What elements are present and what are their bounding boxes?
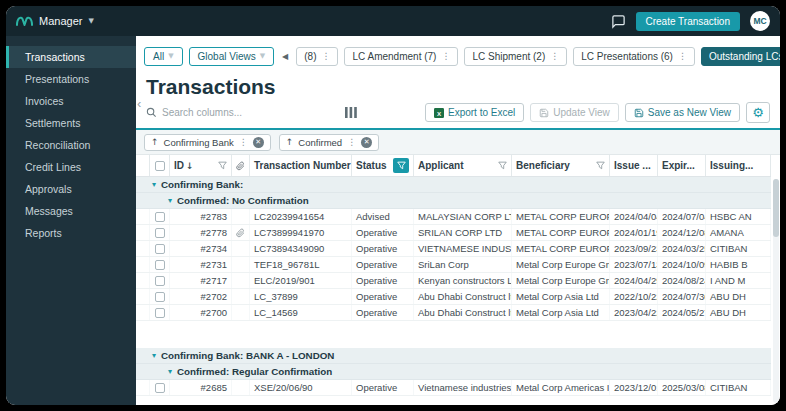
cell-status: Operative <box>352 225 414 240</box>
sidebar-collapse-handle[interactable]: ‹ <box>137 96 141 111</box>
tab-label: LC Amendment (7) <box>352 51 436 62</box>
row-checkbox[interactable] <box>155 260 165 270</box>
collapse-group-icon[interactable]: ▾ <box>152 180 156 189</box>
cell-beneficiary: METAL CORP EUROPE GMBH <box>512 225 610 240</box>
sidebar-item-presentations[interactable]: Presentations <box>6 68 136 90</box>
cell-issuing-bank: CITIBAN <box>706 241 771 256</box>
cell-id[interactable]: #2685 <box>170 380 232 395</box>
cell-id[interactable]: #2731 <box>170 257 232 272</box>
cell-id[interactable]: #2783 <box>170 209 232 224</box>
collapse-group-icon[interactable]: ▾ <box>152 351 156 360</box>
tabs-scroll-left-icon[interactable]: ◀ <box>280 52 290 61</box>
row-checkbox[interactable] <box>155 308 165 318</box>
all-views-dropdown[interactable]: All▼ <box>144 47 183 66</box>
chip-remove-icon[interactable]: ✕ <box>361 137 372 148</box>
beneficiary-filter-icon[interactable] <box>596 161 605 170</box>
filter-chip-confirming-bank[interactable]: ↑Confirming Bank⋮✕ <box>144 134 271 151</box>
row-checkbox[interactable] <box>155 292 165 302</box>
user-avatar[interactable]: MC <box>750 11 770 31</box>
group-label: Confirmed: No Confirmation <box>177 195 309 206</box>
status-filter-active-icon[interactable] <box>393 158 409 173</box>
excel-icon: X <box>434 108 444 118</box>
group-header[interactable]: ▾Confirming Bank: BANK A - LONDON <box>136 348 771 364</box>
settings-gear-icon[interactable]: ⚙ <box>746 102 770 123</box>
column-header-applicant[interactable]: Applicant <box>414 155 512 176</box>
row-checkbox-cell <box>150 273 170 288</box>
row-checkbox[interactable] <box>155 212 165 222</box>
tab-menu-icon[interactable]: ⋮ <box>441 51 450 61</box>
row-checkbox-cell <box>150 241 170 256</box>
column-header-expiry-date[interactable]: Expir... <box>658 155 706 176</box>
sidebar-item-reconciliation[interactable]: Reconciliation <box>6 134 136 156</box>
create-transaction-button[interactable]: Create Transaction <box>636 12 741 31</box>
column-header-transaction-number[interactable]: Transaction Number <box>250 155 352 176</box>
cell-id[interactable]: #2702 <box>170 289 232 304</box>
select-all-checkbox[interactable] <box>155 161 165 171</box>
cell-issue-date: 2022/10/22 <box>610 289 658 304</box>
global-views-dropdown[interactable]: Global Views▼ <box>189 47 275 66</box>
cell-expiry-date: 2024/03/25 <box>658 241 706 256</box>
sidebar-item-messages[interactable]: Messages <box>6 200 136 222</box>
group-label: Confirming Bank: BANK A - LONDON <box>161 350 334 361</box>
cell-id[interactable]: #2717 <box>170 273 232 288</box>
cell-status: Operative <box>352 257 414 272</box>
sidebar-item-transactions[interactable]: Transactions <box>6 46 136 68</box>
cell-id[interactable]: #2778 <box>170 225 232 240</box>
save-as-new-view-button[interactable]: Save as New View <box>625 103 740 122</box>
export-to-excel-button[interactable]: X Export to Excel <box>425 103 524 122</box>
tab-lc-amendment-7[interactable]: LC Amendment (7)⋮ <box>344 47 458 66</box>
vertical-scrollbar[interactable] <box>773 179 779 403</box>
cell-id[interactable]: #2700 <box>170 305 232 320</box>
row-checkbox[interactable] <box>155 228 165 238</box>
id-filter-icon[interactable] <box>218 161 227 170</box>
table-row: #2700LC_14569OperativeAbu Dhabi Construc… <box>136 305 771 321</box>
sidebar-item-invoices[interactable]: Invoices <box>6 90 136 112</box>
cell-applicant: VIETNAMESE INDUSTRIES LTD <box>414 241 512 256</box>
cell-attachment <box>232 257 250 272</box>
tab-lc-shipment-2[interactable]: LC Shipment (2)⋮ <box>464 47 567 66</box>
column-chooser-icon[interactable] <box>345 107 357 118</box>
subgroup-header[interactable]: ▾Confirmed: Regular Confirmation <box>136 364 771 380</box>
row-checkbox[interactable] <box>155 383 165 393</box>
cell-issue-date: 2023/04/22 <box>610 305 658 320</box>
collapse-group-icon[interactable]: ▾ <box>168 196 172 205</box>
sidebar-item-reports[interactable]: Reports <box>6 222 136 244</box>
cell-issuing-bank: ABU DH <box>706 289 771 304</box>
row-checkbox[interactable] <box>155 244 165 254</box>
chip-menu-icon[interactable]: ⋮ <box>347 137 356 147</box>
group-label: Confirmed: Regular Confirmation <box>177 366 332 377</box>
tab-lc-presentations-6[interactable]: LC Presentations (6)⋮ <box>573 47 695 66</box>
scrollbar-thumb[interactable] <box>773 179 779 237</box>
tab-outstanding-lcs-34[interactable]: Outstanding LCs (34)⋮ <box>701 47 780 66</box>
tab-label: LC Shipment (2) <box>472 51 545 62</box>
group-header[interactable]: ▾Confirming Bank: <box>136 177 771 193</box>
search-columns-input[interactable] <box>162 107 292 118</box>
tab-menu-icon[interactable]: ⋮ <box>321 51 330 61</box>
sidebar-item-approvals[interactable]: Approvals <box>6 178 136 200</box>
chip-remove-icon[interactable]: ✕ <box>253 137 264 148</box>
tab-menu-icon[interactable]: ⋮ <box>550 51 559 61</box>
column-header-status[interactable]: Status <box>352 155 414 176</box>
sidebar-item-credit-lines[interactable]: Credit Lines <box>6 156 136 178</box>
filter-chip-confirmed[interactable]: ↑Confirmed⋮✕ <box>279 134 379 151</box>
tab-menu-icon[interactable]: ⋮ <box>678 51 687 61</box>
update-view-button[interactable]: Update View <box>530 103 619 122</box>
column-header-beneficiary[interactable]: Beneficiary <box>512 155 610 176</box>
paperclip-icon <box>236 161 245 171</box>
column-header-issue-date[interactable]: Issue ... <box>610 155 658 176</box>
chip-menu-icon[interactable]: ⋮ <box>239 137 248 147</box>
column-header-issuing-bank[interactable]: Issuing... <box>706 155 771 176</box>
attachment-column-header[interactable] <box>232 155 250 176</box>
sidebar-item-settlements[interactable]: Settlements <box>6 112 136 134</box>
applicant-filter-icon[interactable] <box>498 161 507 170</box>
row-checkbox[interactable] <box>155 276 165 286</box>
collapse-group-icon[interactable]: ▾ <box>168 367 172 376</box>
messages-icon[interactable] <box>611 14 626 29</box>
subgroup-header[interactable]: ▾Confirmed: No Confirmation <box>136 193 771 209</box>
column-header-id[interactable]: ID↓ <box>170 155 232 176</box>
row-checkbox-cell <box>150 305 170 320</box>
workspace-switcher[interactable]: Manager ▼ <box>16 12 94 30</box>
cell-expiry-date: 2024/12/08 <box>658 225 706 240</box>
cell-id[interactable]: #2734 <box>170 241 232 256</box>
tab-8[interactable]: (8)⋮ <box>296 47 338 66</box>
